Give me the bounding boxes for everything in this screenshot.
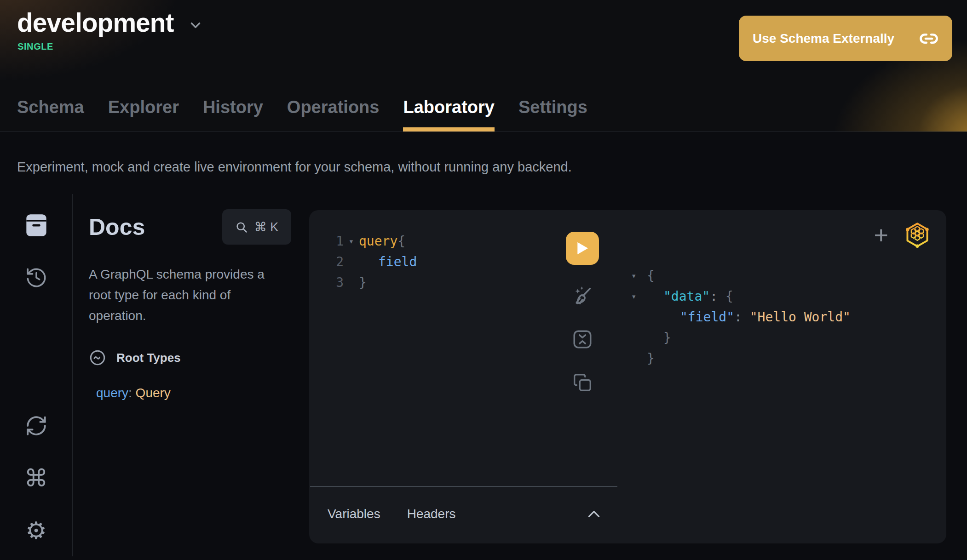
copy-query-icon[interactable] [570,371,594,394]
main-tabs: Schema Explorer History Operations Labor… [17,97,587,131]
schema-description: A GraphQL schema provides a root type fo… [89,264,276,326]
search-icon [235,221,248,234]
link-icon [919,29,938,48]
search-shortcut-label: ⌘ K [254,220,279,234]
fold-arrow-icon[interactable]: ▾ [631,265,647,286]
fold-arrow-icon[interactable]: ▾ [631,286,647,307]
response-line: ▾ "data": { [631,286,946,307]
tab-history[interactable]: History [203,97,263,131]
tab-laboratory[interactable]: Laboratory [403,97,494,131]
response-line: "field": "Hello World" [631,307,946,327]
laboratory-panel: 1 ▾ query{ 2 field 3 } Variables Hea [309,210,946,543]
fold-arrow-icon[interactable]: ▾ [344,231,359,251]
editor-bottom-bar: Variables Headers [309,487,617,543]
use-schema-externally-button[interactable]: Use Schema Externally [739,16,952,61]
docs-icon[interactable] [24,213,48,237]
docs-panel: Docs ⌘ K A GraphQL schema provides a roo… [73,194,305,556]
response-pane: ▾ { ▾ "data": { "field": "Hello World" }… [617,210,946,543]
gear-icon[interactable]: ⚙ [24,519,48,543]
tab-operations[interactable]: Operations [287,97,380,131]
response-line: ▾ { [631,265,946,286]
root-types-icon [89,349,106,366]
use-schema-externally-label: Use Schema Externally [753,31,894,46]
tab-headers[interactable]: Headers [407,507,456,521]
query-editor-pane: 1 ▾ query{ 2 field 3 } Variables Hea [309,210,617,543]
tab-settings[interactable]: Settings [518,97,587,131]
root-types-section: Root Types [89,349,291,366]
panel-top-actions: + [874,222,930,248]
command-shortcuts-icon[interactable]: ⌘ [24,466,48,490]
root-types-label: Root Types [116,351,181,365]
editor-toolbar [566,232,599,394]
docs-title: Docs [89,214,145,240]
tab-schema[interactable]: Schema [17,97,84,131]
merge-fragments-icon[interactable] [570,327,594,351]
tab-variables[interactable]: Variables [328,507,380,521]
root-type-query-link[interactable]: query: Query [89,386,291,400]
page-subtitle: Experiment, mock and create live environ… [0,132,967,175]
docs-search-button[interactable]: ⌘ K [222,209,291,245]
prettify-icon[interactable] [570,284,594,308]
page-header: development SINGLE Use Schema Externally… [0,0,967,132]
left-icon-rail: ⌘ ⚙ [0,194,73,556]
execute-query-button[interactable] [566,232,599,265]
response-line: } [631,327,946,348]
add-tab-button[interactable]: + [874,223,888,247]
refresh-icon[interactable] [24,414,48,438]
response-line: } [631,348,946,369]
chevron-down-icon[interactable] [188,17,203,33]
laboratory-content: ⌘ ⚙ Docs ⌘ K A GraphQL schema provides a… [0,194,967,556]
project-title: development [17,7,174,38]
tab-explorer[interactable]: Explorer [108,97,179,131]
collapse-panel-button[interactable] [587,509,601,519]
hive-logo-icon[interactable] [905,222,930,248]
history-icon[interactable] [24,266,48,290]
